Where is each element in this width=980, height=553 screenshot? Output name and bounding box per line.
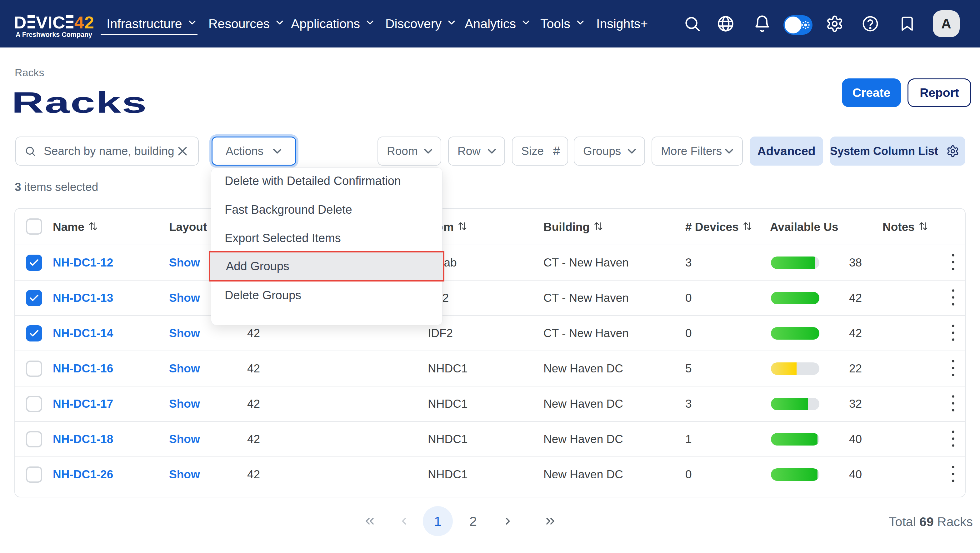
- svg-text:4: 4: [75, 14, 84, 32]
- svg-text:2: 2: [84, 14, 94, 32]
- svg-text:VIC: VIC: [36, 14, 65, 32]
- svg-text:D: D: [14, 14, 26, 32]
- svg-text:A Freshworks Company: A Freshworks Company: [16, 31, 92, 38]
